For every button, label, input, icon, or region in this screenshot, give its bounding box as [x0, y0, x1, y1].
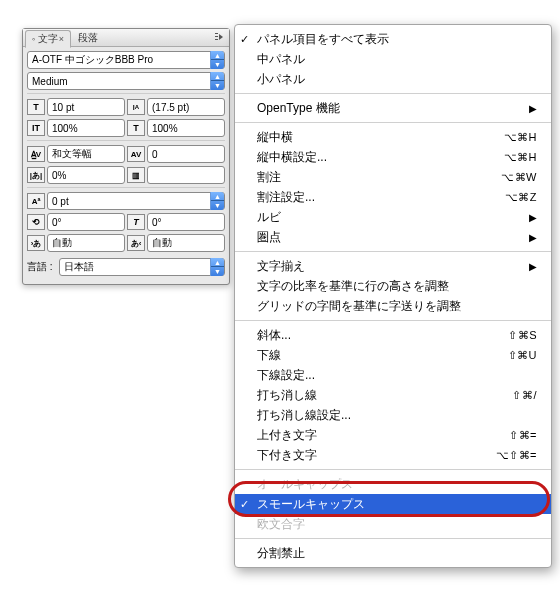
submenu-arrow-icon: ▶	[529, 232, 537, 243]
menu-show-all[interactable]: ✓パネル項目をすべて表示	[235, 29, 551, 49]
menu-label: ルビ	[257, 209, 281, 226]
baseline-icon: Aª	[27, 193, 45, 209]
language-input[interactable]	[60, 262, 210, 273]
skew-combo[interactable]: ▲▼	[147, 213, 225, 231]
tab-label: 段落	[78, 32, 98, 43]
menu-separator	[235, 122, 551, 123]
menu-strike[interactable]: 打ち消し線⇧⌘/	[235, 385, 551, 405]
menu-separator	[235, 538, 551, 539]
svg-rect-0	[215, 33, 218, 34]
horizontal-scale-icon: T	[127, 120, 145, 136]
menu-label: 中パネル	[257, 51, 305, 68]
menu-label: 縦中横	[257, 129, 293, 146]
menu-separator	[235, 469, 551, 470]
menu-label: 打ち消し線設定...	[257, 407, 351, 424]
menu-small-caps[interactable]: ✓スモールキャップス	[235, 494, 551, 514]
menu-label: 割注	[257, 169, 281, 186]
menu-tcy-settings[interactable]: 縦中横設定...⌥⌘H	[235, 147, 551, 167]
vertical-scale-combo[interactable]: ▲▼	[47, 119, 125, 137]
leading-combo[interactable]: ▲▼	[147, 98, 225, 116]
tracking-combo[interactable]: ▲▼	[147, 145, 225, 163]
menu-mid-panel[interactable]: 中パネル	[235, 49, 551, 69]
language-combo[interactable]: ▲▼	[59, 258, 225, 276]
menu-label: 圏点	[257, 229, 281, 246]
stepper-icon[interactable]: ▲▼	[210, 258, 224, 276]
menu-label: オールキャップス	[257, 476, 353, 493]
menu-moji-soroe[interactable]: 文字揃え▶	[235, 256, 551, 276]
menu-label: 下線設定...	[257, 367, 315, 384]
skew-icon: T	[127, 214, 145, 230]
stepper-icon[interactable]: ▲▼	[210, 51, 224, 69]
shortcut: ⇧⌘/	[512, 389, 537, 402]
menu-warichu[interactable]: 割注⌥⌘W	[235, 167, 551, 187]
menu-superscript[interactable]: 上付き文字⇧⌘=	[235, 425, 551, 445]
tab-paragraph[interactable]: 段落	[71, 29, 105, 47]
menu-ratio-line-height[interactable]: 文字の比率を基準に行の高さを調整	[235, 276, 551, 296]
font-family-combo[interactable]: ▲▼	[27, 51, 225, 69]
shortcut: ⌥⇧⌘=	[496, 449, 537, 462]
submenu-arrow-icon: ▶	[529, 103, 537, 114]
menu-label: 斜体...	[257, 327, 291, 344]
menu-no-break[interactable]: 分割禁止	[235, 543, 551, 563]
tsume-combo[interactable]: ▲▼	[47, 166, 125, 184]
submenu-arrow-icon: ▶	[529, 212, 537, 223]
shortcut: ⌥⌘W	[501, 171, 537, 184]
panel-tabs: ◦ 文字 × 段落	[23, 29, 229, 47]
menu-ruby[interactable]: ルビ▶	[235, 207, 551, 227]
panel-body: ▲▼ ▲▼ T ▲▼ IA ▲▼ IT ▲▼ T ▲▼ A̲V ▲▼ AV ▲▼…	[23, 47, 229, 284]
shortcut: ⇧⌘=	[509, 429, 537, 442]
menu-italic[interactable]: 斜体...⇧⌘S	[235, 325, 551, 345]
menu-opentype[interactable]: OpenType 機能▶	[235, 98, 551, 118]
menu-label: 割注設定...	[257, 189, 315, 206]
menu-subscript[interactable]: 下付き文字⌥⇧⌘=	[235, 445, 551, 465]
svg-rect-2	[215, 39, 218, 40]
menu-kenten[interactable]: 圏点▶	[235, 227, 551, 247]
kerning-icon: A̲V	[27, 146, 45, 162]
baseline-combo[interactable]: ▲▼	[47, 192, 225, 210]
aki-after-combo[interactable]: ▲▼	[147, 234, 225, 252]
dock-icon: ◦	[32, 34, 35, 44]
rotate-icon: ⟲	[27, 214, 45, 230]
menu-label: 下付き文字	[257, 447, 317, 464]
font-size-combo[interactable]: ▲▼	[47, 98, 125, 116]
aki-after-icon: あ‹	[127, 235, 145, 251]
shortcut: ⌥⌘H	[504, 131, 537, 144]
tab-character[interactable]: ◦ 文字 ×	[25, 30, 71, 48]
menu-label: 打ち消し線	[257, 387, 317, 404]
vertical-scale-icon: IT	[27, 120, 45, 136]
horizontal-scale-combo[interactable]: ▲▼	[147, 119, 225, 137]
stepper-icon[interactable]: ▲▼	[210, 72, 224, 90]
grid-combo[interactable]: ▲▼	[147, 166, 225, 184]
menu-warichu-settings[interactable]: 割注設定...⌥⌘Z	[235, 187, 551, 207]
menu-label: パネル項目をすべて表示	[257, 31, 389, 48]
check-icon: ✓	[240, 33, 249, 46]
kerning-combo[interactable]: ▲▼	[47, 145, 125, 163]
font-weight-input[interactable]	[28, 76, 210, 87]
menu-grid-jioku[interactable]: グリッドの字間を基準に字送りを調整	[235, 296, 551, 316]
svg-rect-1	[215, 36, 218, 37]
baseline-input[interactable]	[48, 196, 210, 207]
menu-ligature[interactable]: 欧文合字	[235, 514, 551, 534]
menu-underline-settings[interactable]: 下線設定...	[235, 365, 551, 385]
menu-strike-settings[interactable]: 打ち消し線設定...	[235, 405, 551, 425]
rotate-combo[interactable]: ▲▼	[47, 213, 125, 231]
panel-menu-button[interactable]	[215, 31, 227, 43]
aki-before-combo[interactable]: ▲▼	[47, 234, 125, 252]
menu-label: 小パネル	[257, 71, 305, 88]
menu-all-caps[interactable]: オールキャップス	[235, 474, 551, 494]
menu-separator	[235, 93, 551, 94]
menu-underline[interactable]: 下線⇧⌘U	[235, 345, 551, 365]
grid-icon: ▥	[127, 167, 145, 183]
language-label: 言語 :	[27, 260, 53, 274]
close-icon[interactable]: ×	[59, 34, 64, 44]
menu-label: グリッドの字間を基準に字送りを調整	[257, 298, 461, 315]
tracking-icon: AV	[127, 146, 145, 162]
font-weight-combo[interactable]: ▲▼	[27, 72, 225, 90]
character-panel: ◦ 文字 × 段落 ▲▼ ▲▼ T ▲▼ IA ▲▼ IT ▲▼ T ▲▼ A̲…	[22, 28, 230, 285]
tab-label: 文字	[38, 33, 58, 44]
menu-label: 文字の比率を基準に行の高さを調整	[257, 278, 449, 295]
menu-tcy[interactable]: 縦中横⌥⌘H	[235, 127, 551, 147]
font-family-input[interactable]	[28, 55, 210, 66]
menu-small-panel[interactable]: 小パネル	[235, 69, 551, 89]
stepper-icon[interactable]: ▲▼	[210, 192, 224, 210]
